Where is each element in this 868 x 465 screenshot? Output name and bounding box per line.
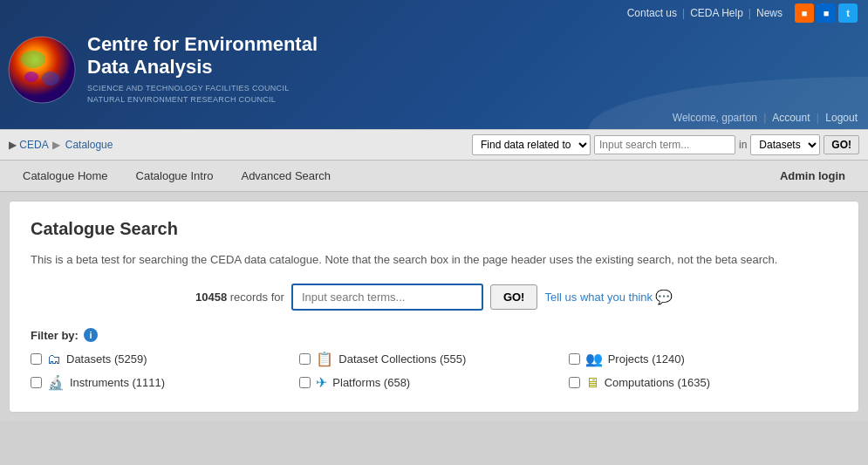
projects-icon: 👥 xyxy=(585,351,603,367)
page-title: Catalogue Search xyxy=(31,219,837,239)
filter-checkbox-collections[interactable] xyxy=(299,353,311,365)
breadcrumb-catalogue[interactable]: Catalogue xyxy=(65,139,113,151)
toolbar: ▶ CEDA ▶ Catalogue Find data related to … xyxy=(0,129,868,161)
filter-section: Filter by: i 🗂 Datasets (5259) 📋 Dataset… xyxy=(31,328,837,391)
filter-collections-label: Dataset Collections (555) xyxy=(338,352,466,366)
main-search-row: 10458 records for GO! Tell us what you t… xyxy=(31,284,837,311)
twitter-icon[interactable]: t xyxy=(838,3,858,23)
toolbar-go-button[interactable]: GO! xyxy=(824,135,859,154)
nav-tabs-wrapper: Catalogue Home Catalogue Intro Advanced … xyxy=(0,161,868,192)
filter-label: Filter by: i xyxy=(31,328,837,342)
toolbar-search: Find data related to in Datasets GO! xyxy=(472,134,859,155)
news-link[interactable]: News xyxy=(756,7,783,19)
ceda-help-link[interactable]: CEDA Help xyxy=(690,7,743,19)
toolbar-search-input[interactable] xyxy=(594,135,735,154)
filter-item-datasets: 🗂 Datasets (5259) xyxy=(31,351,299,367)
header-top-bar: Contact us | CEDA Help | News ■ ■ t xyxy=(0,0,868,26)
filter-item-computations: 🖥 Computations (1635) xyxy=(569,374,837,391)
breadcrumb: ▶ CEDA ▶ Catalogue xyxy=(9,139,465,151)
records-label: 10458 records for xyxy=(195,291,284,304)
site-title-block: Centre for Environmental Data Analysis S… xyxy=(87,33,318,106)
filter-checkbox-datasets[interactable] xyxy=(31,353,42,365)
site-subtitle: Science and Technology Facilities Counci… xyxy=(87,83,318,106)
feedback-link[interactable]: Tell us what you think 💬 xyxy=(544,289,673,305)
main-wrapper: Catalogue Search This is a beta test for… xyxy=(0,192,868,422)
filter-grid: 🗂 Datasets (5259) 📋 Dataset Collections … xyxy=(31,351,837,391)
filter-projects-label: Projects (1240) xyxy=(608,352,685,366)
platforms-icon: ✈ xyxy=(316,374,327,391)
computations-icon: 🖥 xyxy=(585,375,599,391)
svg-point-1 xyxy=(21,51,45,68)
filter-item-platforms: ✈ Platforms (658) xyxy=(299,374,568,391)
filter-platforms-label: Platforms (658) xyxy=(332,376,410,389)
feedback-text: Tell us what you think xyxy=(544,291,653,304)
filter-item-projects: 👥 Projects (1240) xyxy=(569,351,837,367)
svg-point-3 xyxy=(24,72,38,82)
beta-notice: This is a beta test for searching the CE… xyxy=(31,251,837,269)
rss-icon[interactable]: ■ xyxy=(795,3,814,23)
instruments-icon: 🔬 xyxy=(47,374,65,391)
filter-checkbox-instruments[interactable] xyxy=(31,377,42,388)
main-search-input[interactable] xyxy=(291,284,483,311)
records-count: 10458 xyxy=(195,291,227,304)
filter-item-collections: 📋 Dataset Collections (555) xyxy=(299,351,568,367)
filter-info-icon[interactable]: i xyxy=(84,328,98,342)
contact-us-link[interactable]: Contact us xyxy=(627,7,677,19)
nav-tabs: Catalogue Home Catalogue Intro Advanced … xyxy=(0,161,868,191)
tab-catalogue-home[interactable]: Catalogue Home xyxy=(9,161,122,191)
admin-login-link[interactable]: Admin login xyxy=(766,161,859,191)
tab-advanced-search[interactable]: Advanced Search xyxy=(227,161,345,191)
site-logo xyxy=(7,35,77,105)
tab-catalogue-intro[interactable]: Catalogue Intro xyxy=(122,161,228,191)
filter-computations-label: Computations (1635) xyxy=(605,376,710,389)
speech-bubble-icon: 💬 xyxy=(655,289,673,305)
site-header: Contact us | CEDA Help | News ■ ■ t xyxy=(0,0,868,129)
breadcrumb-arrow: ▶ xyxy=(9,139,17,151)
header-nav-links: Contact us | CEDA Help | News ■ ■ t xyxy=(627,3,858,23)
filter-item-instruments: 🔬 Instruments (1111) xyxy=(31,374,299,391)
filter-checkbox-computations[interactable] xyxy=(569,377,580,388)
breadcrumb-ceda[interactable]: CEDA xyxy=(19,139,48,151)
filter-checkbox-projects[interactable] xyxy=(569,353,580,365)
search-category-select[interactable]: Find data related to xyxy=(472,134,591,155)
social-icons: ■ ■ t xyxy=(795,3,858,23)
in-label: in xyxy=(739,139,747,151)
search-scope-select[interactable]: Datasets xyxy=(750,134,820,155)
collections-icon: 📋 xyxy=(316,351,333,367)
main-go-button[interactable]: GO! xyxy=(490,284,538,310)
filter-checkbox-platforms[interactable] xyxy=(299,377,311,388)
feed-icon[interactable]: ■ xyxy=(817,3,836,23)
datasets-icon: 🗂 xyxy=(47,352,61,367)
filter-instruments-label: Instruments (1111) xyxy=(70,376,165,389)
svg-point-2 xyxy=(42,72,59,85)
site-title: Centre for Environmental Data Analysis xyxy=(87,33,318,79)
filter-datasets-label: Datasets (5259) xyxy=(66,352,147,366)
content-box: Catalogue Search This is a beta test for… xyxy=(9,201,859,414)
